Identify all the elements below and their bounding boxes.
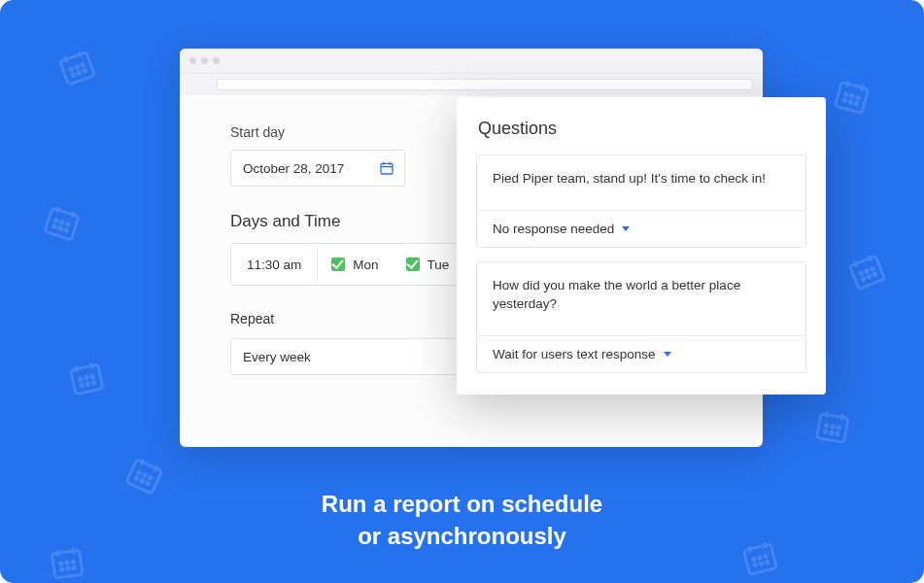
svg-point-41: [855, 102, 858, 105]
svg-rect-35: [836, 83, 869, 114]
calendar-icon: [811, 405, 854, 448]
promo-canvas: Start day October 28, 2017 Days and Time…: [0, 0, 924, 583]
calendar-icon: [53, 44, 101, 91]
question-card: How did you make the world a better plac…: [476, 261, 806, 373]
svg-point-27: [146, 482, 149, 485]
svg-point-11: [52, 224, 55, 227]
svg-point-23: [143, 473, 146, 476]
promo-caption: Run a report on schedule or asynchronous…: [0, 489, 924, 552]
svg-rect-49: [816, 414, 847, 443]
svg-point-53: [824, 430, 827, 433]
svg-point-32: [60, 568, 63, 571]
svg-rect-7: [45, 208, 79, 240]
calendar-icon: [39, 199, 86, 246]
calendar-icon: [379, 160, 394, 176]
svg-point-38: [857, 96, 860, 99]
svg-point-17: [91, 375, 94, 378]
svg-point-1: [69, 68, 72, 71]
svg-point-48: [873, 273, 876, 276]
time-input[interactable]: 11:30 am: [231, 244, 318, 285]
svg-point-37: [850, 94, 853, 97]
question-card: Pied Piper team, stand up! It's time to …: [476, 154, 806, 248]
svg-point-6: [83, 69, 86, 72]
svg-rect-0: [60, 52, 94, 86]
svg-point-4: [72, 73, 75, 76]
time-value: 11:30 am: [247, 257, 301, 272]
window-titlebar: [180, 49, 763, 74]
svg-point-5: [78, 71, 81, 74]
day-label: Tue: [428, 257, 450, 272]
svg-point-31: [72, 561, 75, 564]
traffic-light-dot: [213, 57, 220, 64]
svg-point-15: [79, 378, 82, 381]
svg-point-54: [830, 431, 833, 434]
svg-point-18: [81, 384, 84, 387]
svg-point-45: [871, 267, 873, 270]
svg-point-33: [66, 567, 69, 570]
svg-point-26: [141, 479, 144, 482]
check-icon: [406, 257, 420, 271]
question-prompt-text: How did you make the world a better plac…: [493, 278, 740, 312]
svg-point-52: [838, 427, 840, 429]
questions-panel: Questions Pied Piper team, stand up! It'…: [457, 97, 826, 394]
svg-point-2: [75, 65, 78, 68]
svg-point-44: [865, 269, 868, 272]
svg-point-58: [758, 556, 761, 559]
svg-point-24: [149, 476, 152, 479]
start-day-value: October 28, 2017: [243, 161, 344, 176]
svg-point-29: [59, 562, 62, 565]
svg-point-13: [64, 228, 67, 231]
repeat-value: Every week: [243, 350, 311, 364]
svg-point-12: [58, 226, 61, 229]
chevron-down-icon: [622, 226, 630, 231]
svg-point-40: [849, 101, 852, 104]
svg-point-25: [135, 476, 138, 479]
svg-point-3: [81, 63, 84, 66]
svg-point-46: [862, 278, 865, 281]
response-mode-select[interactable]: Wait for users text response: [477, 336, 805, 372]
caption-line-2: or asynchronously: [0, 521, 924, 552]
svg-point-34: [73, 566, 76, 569]
day-label: Mon: [353, 257, 378, 272]
url-bar[interactable]: [217, 79, 753, 90]
question-prompt-input[interactable]: Pied Piper team, stand up! It's time to …: [477, 155, 805, 211]
svg-point-19: [86, 383, 89, 386]
svg-rect-28: [51, 550, 83, 578]
svg-rect-63: [381, 163, 393, 174]
response-mode-value: Wait for users text response: [493, 347, 656, 361]
question-prompt-text: Pied Piper team, stand up! It's time to …: [493, 171, 766, 186]
svg-point-60: [754, 564, 757, 566]
svg-point-20: [92, 381, 95, 384]
day-toggle-tue[interactable]: Tue: [393, 244, 463, 285]
url-bar-row: [180, 74, 763, 95]
svg-point-22: [138, 471, 141, 474]
svg-point-16: [85, 376, 87, 379]
traffic-light-dot: [201, 57, 208, 64]
svg-point-43: [859, 272, 862, 275]
chevron-down-icon: [664, 352, 671, 357]
svg-point-51: [832, 426, 835, 429]
svg-point-57: [752, 558, 755, 561]
question-prompt-input[interactable]: How did you make the world a better plac…: [477, 262, 805, 336]
start-day-input[interactable]: October 28, 2017: [230, 150, 405, 187]
svg-point-59: [765, 555, 768, 558]
svg-point-61: [760, 563, 763, 566]
traffic-light-dot: [189, 57, 196, 64]
caption-line-1: Run a report on schedule: [0, 489, 924, 520]
calendar-icon: [830, 74, 875, 120]
svg-point-62: [766, 561, 769, 564]
svg-point-36: [844, 93, 847, 96]
svg-point-47: [868, 275, 871, 278]
svg-point-30: [66, 562, 69, 565]
svg-point-8: [54, 219, 57, 222]
check-icon: [331, 257, 345, 271]
svg-rect-42: [850, 256, 885, 289]
questions-title: Questions: [476, 119, 806, 139]
response-mode-value: No response needed: [493, 222, 614, 236]
svg-point-39: [843, 99, 846, 102]
day-toggle-mon[interactable]: Mon: [318, 244, 392, 285]
svg-point-10: [66, 223, 69, 225]
calendar-icon: [64, 356, 108, 399]
response-mode-select[interactable]: No response needed: [477, 211, 805, 247]
svg-point-50: [825, 424, 828, 427]
